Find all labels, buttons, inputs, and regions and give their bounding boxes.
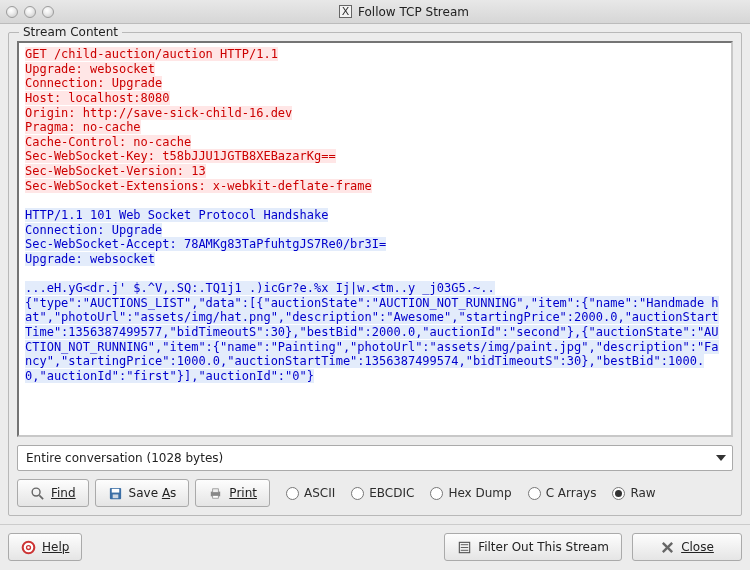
filter-icon [457, 540, 472, 555]
radio-hexdump[interactable]: Hex Dump [430, 486, 511, 500]
radio-label: ASCII [304, 486, 335, 500]
svg-point-9 [27, 545, 31, 549]
svg-rect-6 [213, 488, 219, 492]
radio-raw[interactable]: Raw [612, 486, 655, 500]
printer-icon [208, 486, 223, 501]
radio-label: Raw [630, 486, 655, 500]
svg-point-0 [32, 488, 40, 496]
zoom-window-icon[interactable] [42, 6, 54, 18]
help-button[interactable]: Help [8, 533, 82, 561]
response-body-block: ...eH.yG<dr.j' $.^V,.SQ:.TQ1j1 .)icGr?e.… [25, 281, 719, 383]
radio-icon [612, 487, 625, 500]
radio-ascii[interactable]: ASCII [286, 486, 335, 500]
app-x-icon: X [339, 5, 352, 18]
svg-rect-3 [111, 488, 119, 492]
window-body: Stream Content GET /child-auction/auctio… [0, 24, 750, 522]
find-button[interactable]: Find [17, 479, 89, 507]
conversation-dropdown[interactable]: Entire conversation (1028 bytes) [17, 445, 733, 471]
response-headers-block: HTTP/1.1 101 Web Socket Protocol Handsha… [25, 208, 386, 266]
request-block: GET /child-auction/auction HTTP/1.1 Upgr… [25, 47, 372, 193]
close-button[interactable]: Close [632, 533, 742, 561]
chevron-down-icon [716, 455, 726, 461]
window-title-text: Follow TCP Stream [358, 5, 469, 19]
radio-icon [286, 487, 299, 500]
radio-label: C Arrays [546, 486, 597, 500]
bottom-bar: Help Filter Out This Stream Close [0, 524, 750, 569]
help-icon [21, 540, 36, 555]
svg-rect-4 [112, 494, 118, 498]
stream-content-group: Stream Content GET /child-auction/auctio… [8, 32, 742, 516]
save-icon [108, 486, 123, 501]
search-icon [30, 486, 45, 501]
close-window-icon[interactable] [6, 6, 18, 18]
minimize-window-icon[interactable] [24, 6, 36, 18]
filter-out-button[interactable]: Filter Out This Stream [444, 533, 622, 561]
filter-out-label: Filter Out This Stream [478, 540, 609, 554]
radio-label: Hex Dump [448, 486, 511, 500]
radio-carrays[interactable]: C Arrays [528, 486, 597, 500]
svg-line-1 [39, 495, 43, 499]
stream-textview[interactable]: GET /child-auction/auction HTTP/1.1 Upgr… [17, 41, 733, 437]
close-icon [660, 540, 675, 555]
print-label: Print [229, 486, 257, 500]
encoding-radio-group: ASCII EBCDIC Hex Dump C Arrays Raw [286, 486, 656, 500]
window-controls[interactable] [6, 6, 54, 18]
action-row: Find Save As Print ASCII [17, 479, 733, 507]
help-label: Help [42, 540, 69, 554]
group-legend: Stream Content [19, 25, 122, 39]
svg-rect-7 [213, 495, 219, 498]
dropdown-selected-label: Entire conversation (1028 bytes) [26, 451, 223, 465]
radio-icon [430, 487, 443, 500]
radio-icon [351, 487, 364, 500]
save-as-button[interactable]: Save As [95, 479, 190, 507]
find-label: Find [51, 486, 76, 500]
print-button[interactable]: Print [195, 479, 270, 507]
radio-icon [528, 487, 541, 500]
close-label: Close [681, 540, 714, 554]
window-title: X Follow TCP Stream [64, 5, 744, 19]
radio-ebcdic[interactable]: EBCDIC [351, 486, 414, 500]
titlebar: X Follow TCP Stream [0, 0, 750, 24]
radio-label: EBCDIC [369, 486, 414, 500]
save-as-label: Save As [129, 486, 177, 500]
